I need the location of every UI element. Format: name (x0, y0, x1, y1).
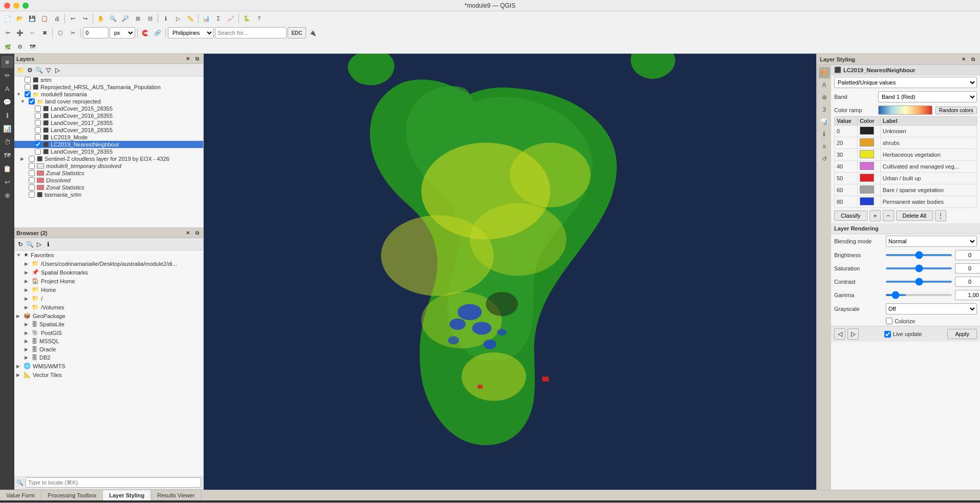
color-cell[interactable] (857, 184, 880, 196)
node-tool-btn[interactable]: ⬡ (55, 27, 66, 38)
statistics-sidebar-icon[interactable]: 📊 (1, 122, 13, 135)
layers-panel-close[interactable]: ✕ (184, 55, 192, 63)
gamma-slider[interactable] (886, 294, 952, 296)
browser-panel-float[interactable]: ⧉ (193, 229, 201, 237)
table-row[interactable]: 40 Cultivated and managed veg... (835, 161, 977, 173)
browser-collapse-btn[interactable]: ▷ (35, 240, 43, 248)
grayscale-select[interactable]: Off (886, 303, 977, 315)
layer-checkbox-lc2019mode[interactable] (35, 134, 41, 140)
browser-geopackage[interactable]: ▶ 📦 GeoPackage (14, 311, 203, 320)
browser-mssql[interactable]: ▶ 🗄 MSSQL (14, 337, 203, 345)
colorize-checkbox[interactable] (886, 318, 892, 324)
grass-btn[interactable]: 🌿 (2, 41, 13, 52)
renderer-select[interactable]: Paletted/Unique values (834, 77, 977, 88)
browser-project-home[interactable]: ▶ 🏠 Project Home (14, 277, 203, 285)
plugin-btn[interactable]: 🔌 (307, 27, 318, 38)
edit-btn[interactable]: ✏ (2, 27, 13, 38)
layer-item-lc2019[interactable]: ⬛ LandCover_2019_28355 (14, 148, 203, 155)
delete-selected-btn[interactable]: ✖ (39, 27, 50, 38)
remove-entry-btn[interactable]: − (883, 210, 894, 221)
measure-btn[interactable]: 📏 (185, 13, 196, 24)
style-history-forward-btn[interactable]: ▷ (847, 328, 859, 340)
layer-checkbox-landcover-group[interactable] (29, 98, 35, 104)
color-cell[interactable] (857, 173, 880, 184)
apply-button[interactable]: Apply (947, 329, 977, 339)
python-btn[interactable]: 🐍 (241, 13, 252, 24)
tab-value-form[interactable]: Value Form (0, 490, 41, 500)
layer-checkbox-module9temp[interactable] (29, 163, 35, 169)
styling-panel-close[interactable]: ✕ (960, 55, 968, 64)
maximize-button[interactable] (23, 3, 29, 9)
layer-item-landcover-group[interactable]: ▼ 📁 land cover reprojected (14, 98, 203, 105)
metadata-icon[interactable]: ℹ (819, 129, 830, 140)
color-cell[interactable] (857, 149, 880, 161)
layer-checkbox-module9[interactable] (25, 91, 31, 97)
log-sidebar-icon[interactable]: 📋 (1, 162, 13, 175)
browser-spatialite[interactable]: ▶ 🗄 SpatiaLite (14, 320, 203, 328)
legend-icon[interactable]: ≡ (819, 141, 830, 152)
color-cell[interactable] (857, 161, 880, 173)
layer-item-dissolved[interactable]: Dissolved (14, 177, 203, 184)
add-group-btn[interactable]: 📁 (16, 66, 25, 74)
layer-checkbox-zonal2[interactable] (29, 184, 35, 191)
contrast-input[interactable]: 0 (955, 277, 980, 287)
gamma-input[interactable]: 1,00 (955, 290, 980, 300)
browser-vector-tiles[interactable]: ▶ 📐 Vector Tiles (14, 370, 203, 379)
add-feature-btn[interactable]: ➕ (14, 27, 26, 38)
colorize-check[interactable]: Colorize (886, 318, 915, 324)
identify-btn[interactable]: ℹ (160, 13, 171, 24)
saturation-input[interactable]: 0 (955, 263, 980, 274)
saturation-slider[interactable] (886, 267, 952, 269)
print-layout-btn[interactable]: 🖨 (51, 13, 62, 24)
offset-input[interactable]: 0 (83, 27, 108, 38)
browser-properties-btn[interactable]: ℹ (44, 240, 52, 248)
browser-volumes[interactable]: ▶ 📁 /Volumes (14, 303, 203, 311)
label-sidebar-icon[interactable]: A (1, 82, 13, 95)
snapping-btn[interactable]: 🧲 (140, 27, 151, 38)
overview-sidebar-icon[interactable]: 🗺 (1, 149, 13, 161)
undo-btn[interactable]: ↩ (67, 13, 78, 24)
layer-item-tasmania-srtm[interactable]: ⬛ tasmania_srtm (14, 191, 203, 198)
browser-filter-btn[interactable]: 🔍 (26, 240, 34, 248)
layer-checkbox-tasmania-srtm[interactable] (29, 192, 35, 198)
save-project-btn[interactable]: 💾 (27, 13, 38, 24)
layer-item-module9temp[interactable]: module9_temporary dissolved (14, 162, 203, 170)
live-update-check[interactable]: Live update (884, 331, 922, 338)
random-colors-btn[interactable]: Random colors (935, 107, 977, 114)
band-select[interactable]: Band 1 (Red) (878, 91, 977, 102)
table-row[interactable]: 30 Herbaceous vegetation (835, 149, 977, 161)
table-row[interactable]: 80 Permanent water bodies (835, 196, 977, 208)
diagram-icon[interactable]: 📊 (819, 116, 830, 128)
collapse-all-btn[interactable]: ▷ (53, 66, 61, 74)
statistics-btn[interactable]: Σ (213, 13, 224, 24)
topology-btn[interactable]: 🔗 (152, 27, 163, 38)
browser-home[interactable]: ▶ 📁 Home (14, 285, 203, 294)
browser-panel-close[interactable]: ✕ (184, 229, 192, 237)
minimize-button[interactable] (13, 3, 19, 9)
layer-checkbox-lc2018[interactable] (35, 127, 41, 133)
table-row[interactable]: 20 shrubs (835, 137, 977, 149)
histogram-btn[interactable]: 📈 (225, 13, 236, 24)
snap-sidebar-icon[interactable]: ⊕ (1, 189, 13, 201)
undo-sidebar-icon[interactable]: ↩ (1, 176, 13, 188)
window-controls[interactable] (4, 3, 29, 9)
edc-btn[interactable]: EDC (288, 27, 306, 38)
delete-all-btn[interactable]: Delete All (896, 211, 933, 221)
color-cell[interactable] (857, 196, 880, 208)
map-area[interactable] (204, 54, 816, 490)
processing-btn[interactable]: ⚙ (14, 41, 26, 52)
layer-checkbox-lc2019[interactable] (35, 149, 41, 155)
layer-item-module9[interactable]: ▼ 📁 module9 tasmania (14, 91, 203, 98)
live-update-checkbox[interactable] (884, 331, 891, 338)
add-entry-btn[interactable]: ＋ (869, 210, 881, 221)
browser-oracle[interactable]: ▶ 🗄 Oracle (14, 345, 203, 353)
table-row[interactable]: 60 Bare / sparse vegetation (835, 184, 977, 196)
georef-btn[interactable]: 🗺 (27, 41, 38, 52)
layer-item-lc2017[interactable]: ⬛ LandCover_2017_28355 (14, 119, 203, 127)
browser-refresh-btn[interactable]: ↻ (16, 240, 25, 248)
open-table-btn[interactable]: 📊 (201, 13, 212, 24)
layer-item-sentinel[interactable]: ▶ ⬛ Sentinel-2 cloudless layer for 2019 … (14, 155, 203, 162)
layer-item-srtm[interactable]: ⬛ srtm (14, 76, 203, 83)
more-btn[interactable]: ⋮ (935, 210, 946, 221)
layer-item-lc2018[interactable]: ⬛ LandCover_2018_28355 (14, 127, 203, 134)
